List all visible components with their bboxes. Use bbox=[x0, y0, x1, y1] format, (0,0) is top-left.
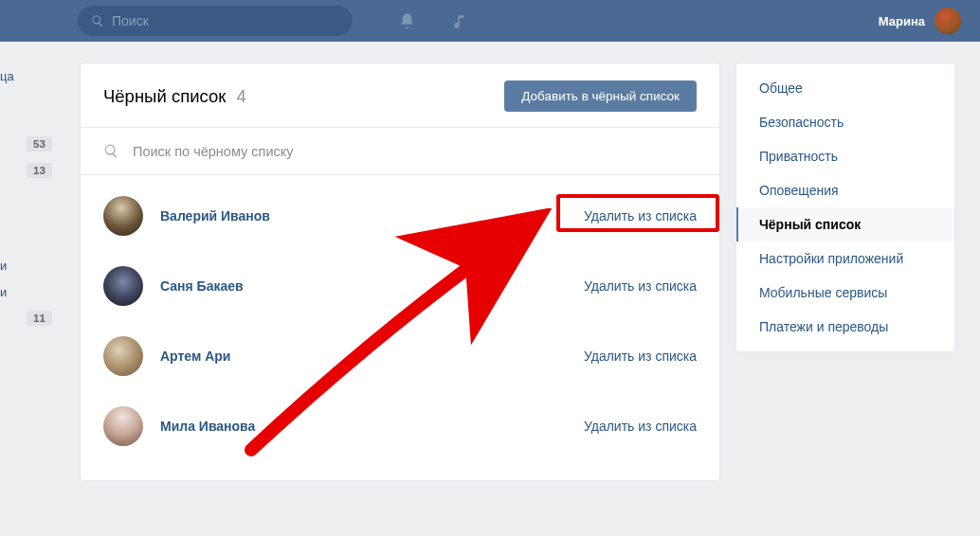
topbar-icons bbox=[398, 12, 468, 30]
nav-item[interactable]: и bbox=[0, 252, 57, 278]
list-item: Мила Иванова Удалить из списка bbox=[81, 391, 719, 461]
sidebar-item-notifications[interactable]: Оповещения bbox=[736, 173, 954, 207]
page-title: Чёрный список 4 bbox=[103, 86, 246, 107]
nav-item[interactable]: ца bbox=[0, 63, 57, 89]
remove-from-list-link[interactable]: Удалить из списка bbox=[584, 348, 697, 364]
global-search[interactable] bbox=[78, 6, 353, 36]
avatar[interactable] bbox=[103, 406, 143, 446]
blacklist-rows: Валерий Иванов Удалить из списка Саня Ба… bbox=[81, 175, 719, 480]
topbar: Марина bbox=[0, 0, 980, 42]
bell-icon[interactable] bbox=[398, 12, 416, 30]
sidebar-item-security[interactable]: Безопасность bbox=[736, 105, 954, 139]
nav-badge: 13 bbox=[0, 157, 57, 184]
nav-badge: 11 bbox=[0, 305, 57, 331]
blacklist-search[interactable] bbox=[81, 127, 719, 175]
sidebar-item-general[interactable]: Общее bbox=[736, 71, 954, 105]
avatar[interactable] bbox=[103, 196, 143, 236]
user-link[interactable]: Саня Бакаев bbox=[160, 278, 244, 294]
blacklist-panel: Чёрный список 4 Добавить в чёрный список… bbox=[80, 63, 720, 481]
sidebar-item-privacy[interactable]: Приватность bbox=[736, 139, 954, 173]
list-item: Саня Бакаев Удалить из списка bbox=[81, 251, 719, 321]
topbar-user[interactable]: Марина bbox=[879, 8, 961, 34]
nav-badge: 53 bbox=[0, 131, 57, 157]
username: Марина bbox=[879, 14, 925, 28]
music-icon[interactable] bbox=[452, 13, 468, 29]
search-icon bbox=[91, 14, 104, 27]
avatar[interactable] bbox=[103, 266, 143, 306]
sidebar-item-mobile[interactable]: Мобильные сервисы bbox=[736, 276, 954, 310]
avatar[interactable] bbox=[103, 336, 143, 376]
sidebar-item-blacklist[interactable]: Чёрный список bbox=[736, 207, 954, 241]
add-to-blacklist-button[interactable]: Добавить в чёрный список bbox=[504, 80, 697, 112]
global-search-input[interactable] bbox=[112, 13, 339, 28]
nav-item[interactable]: и bbox=[0, 278, 57, 305]
user-link[interactable]: Валерий Иванов bbox=[160, 208, 270, 223]
blacklist-search-input[interactable] bbox=[133, 144, 697, 159]
user-link[interactable]: Мила Иванова bbox=[160, 419, 255, 434]
sidebar-item-apps[interactable]: Настройки приложений bbox=[736, 241, 954, 276]
search-icon bbox=[103, 143, 119, 159]
list-item: Валерий Иванов Удалить из списка bbox=[81, 181, 719, 251]
list-item: Артем Ари Удалить из списка bbox=[81, 321, 719, 391]
remove-from-list-link[interactable]: Удалить из списка bbox=[584, 208, 697, 223]
sidebar-item-payments[interactable]: Платежи и переводы bbox=[736, 310, 954, 344]
blacklist-count: 4 bbox=[236, 86, 245, 106]
avatar bbox=[935, 8, 961, 34]
left-nav-fragment: ца 53 13 и и 11 bbox=[0, 63, 57, 481]
remove-from-list-link[interactable]: Удалить из списка bbox=[584, 419, 697, 434]
user-link[interactable]: Артем Ари bbox=[160, 348, 230, 364]
settings-nav: Общее Безопасность Приватность Оповещени… bbox=[735, 63, 955, 352]
remove-from-list-link[interactable]: Удалить из списка bbox=[584, 278, 697, 294]
